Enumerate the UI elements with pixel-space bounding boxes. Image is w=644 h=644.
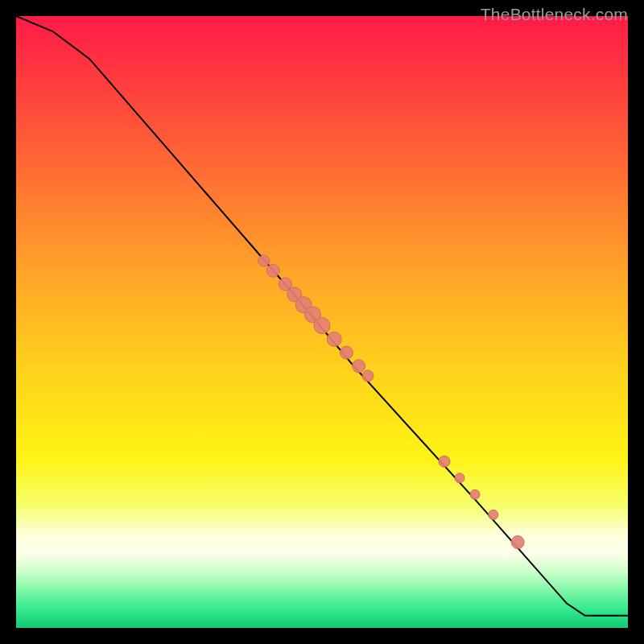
chart-svg — [0, 0, 644, 644]
data-point — [266, 264, 279, 277]
data-point — [258, 255, 270, 266]
data-point — [511, 536, 524, 549]
data-point — [327, 332, 341, 346]
data-point — [439, 456, 450, 467]
chart-stage: TheBottleneck.com — [0, 0, 644, 644]
data-point — [314, 318, 330, 334]
data-point — [489, 510, 498, 519]
data-point — [470, 489, 480, 499]
data-point — [362, 370, 374, 382]
watermark-text: TheBottleneck.com — [481, 5, 628, 24]
data-point — [455, 473, 464, 483]
data-point — [353, 360, 365, 373]
data-point — [340, 346, 353, 359]
